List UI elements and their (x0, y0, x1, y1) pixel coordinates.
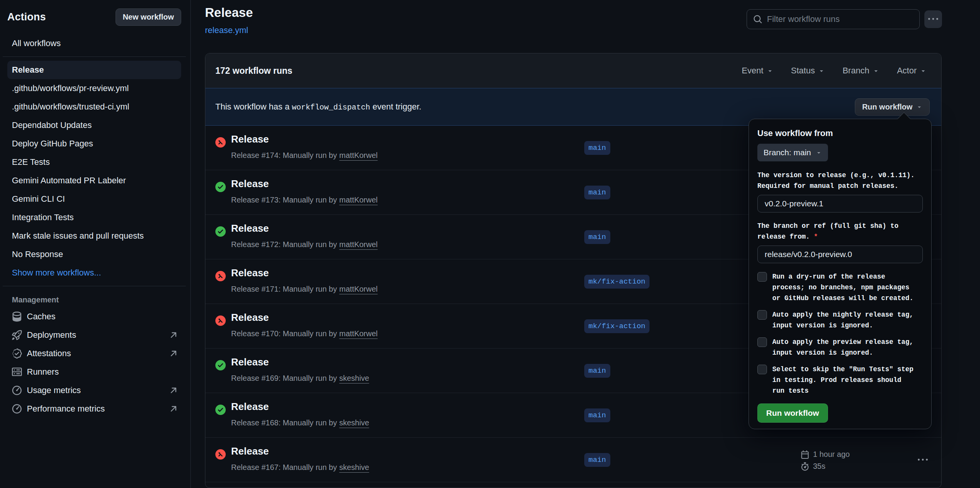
x-circle-fill-icon (215, 271, 226, 281)
actor-link[interactable]: skeshive (339, 463, 369, 471)
show-more-workflows-link[interactable]: Show more workflows... (7, 264, 181, 282)
x-circle-fill-icon (215, 137, 226, 148)
branch-badge[interactable]: main (584, 364, 610, 378)
actor-link[interactable]: mattKorwel (339, 285, 378, 293)
branch-badge[interactable]: main (584, 230, 610, 244)
run-meta: 1 hour ago 35s (801, 448, 850, 472)
event-filter[interactable]: Event (742, 66, 773, 76)
external-link-icon (169, 386, 178, 395)
run-title-link[interactable]: Release (231, 401, 269, 413)
preview-tag-checkbox-row[interactable]: Auto apply the preview release tag, inpu… (757, 337, 923, 358)
server-icon (12, 367, 22, 377)
stopwatch-icon (801, 462, 809, 471)
verified-icon (12, 349, 22, 359)
check-circle-fill-icon (215, 405, 226, 415)
run-description: Release #172: Manually run bymattKorwel (231, 240, 378, 249)
ref-input[interactable] (757, 246, 923, 263)
run-description: Release #173: Manually run bymattKorwel (231, 196, 378, 204)
run-description: Release #169: Manually run byskeshive (231, 374, 369, 383)
actor-link[interactable]: skeshive (339, 418, 369, 427)
sidebar-item-e2e-tests[interactable]: E2E Tests (7, 153, 181, 171)
sidebar-item-no-response[interactable]: No Response (7, 245, 181, 264)
run-title-link[interactable]: Release (231, 356, 269, 368)
branch-badge[interactable]: main (584, 453, 610, 467)
check-circle-fill-icon (215, 226, 226, 237)
sidebar-item-integration-tests[interactable]: Integration Tests (7, 208, 181, 227)
new-workflow-button[interactable]: New workflow (116, 8, 181, 26)
sidebar-item-deployments[interactable]: Deployments (7, 326, 181, 344)
actor-link[interactable]: mattKorwel (339, 151, 378, 159)
filter-workflow-runs-input[interactable] (767, 14, 913, 24)
version-input[interactable] (757, 195, 923, 212)
run-title-link[interactable]: Release (231, 312, 269, 324)
dry-run-checkbox-row[interactable]: Run a dry-run of the release process; no… (757, 271, 923, 304)
skip-tests-checkbox[interactable] (757, 365, 767, 374)
sidebar-item-attestations[interactable]: Attestations (7, 344, 181, 363)
workflow-dispatch-code: workflow_dispatch (292, 103, 370, 112)
checkbox-label: Select to skip the "Run Tests" step in t… (772, 364, 923, 396)
dry-run-checkbox[interactable] (757, 272, 767, 282)
actions-sidebar: Actions New workflow All workflows Relea… (0, 0, 191, 488)
branch-badge[interactable]: main (584, 141, 610, 155)
run-title-link[interactable]: Release (231, 222, 269, 234)
run-title-link[interactable]: Release (231, 133, 269, 145)
external-link-icon (169, 349, 178, 358)
skip-tests-checkbox-row[interactable]: Select to skip the "Run Tests" step in t… (757, 364, 923, 396)
workflow-options-button[interactable] (924, 10, 942, 28)
sidebar-item-mark-stale[interactable]: Mark stale issues and pull requests (7, 227, 181, 245)
run-options-button[interactable] (914, 451, 931, 468)
filter-workflow-runs-box[interactable] (747, 9, 920, 29)
meter-icon (12, 385, 22, 395)
triangle-down-icon (920, 67, 927, 74)
branch-filter[interactable]: Branch (843, 66, 879, 76)
sidebar-item-caches[interactable]: Caches (7, 307, 181, 326)
run-workflow-submit-button[interactable]: Run workflow (757, 403, 828, 423)
triangle-down-icon (816, 149, 822, 156)
triangle-down-icon (767, 67, 773, 74)
check-circle-fill-icon (215, 182, 226, 192)
run-workflow-dropdown-button[interactable]: Run workflow (855, 98, 930, 116)
run-description: Release #168: Manually run byskeshive (231, 418, 369, 427)
sidebar-item-gemini-cli-ci[interactable]: Gemini CLI CI (7, 190, 181, 208)
required-asterisk: * (814, 233, 818, 241)
actor-filter[interactable]: Actor (897, 66, 927, 76)
status-filter[interactable]: Status (791, 66, 825, 76)
sidebar-item-deploy-github-pages[interactable]: Deploy GitHub Pages (7, 134, 181, 153)
nightly-tag-checkbox[interactable] (757, 310, 767, 320)
preview-tag-checkbox[interactable] (757, 337, 767, 347)
page-title: Release (205, 5, 253, 20)
sidebar-item-all-workflows[interactable]: All workflows (7, 34, 181, 53)
branch-badge[interactable]: main (584, 408, 610, 422)
sidebar-item-dependabot-updates[interactable]: Dependabot Updates (7, 116, 181, 134)
sidebar-item-release[interactable]: Release (7, 61, 181, 79)
version-field-description: The version to release (e.g., v0.1.11). … (757, 170, 923, 191)
nightly-tag-checkbox-row[interactable]: Auto apply the nightly release tag, inpu… (757, 309, 923, 331)
actor-link[interactable]: mattKorwel (339, 240, 378, 249)
cache-icon (12, 312, 22, 322)
actor-link[interactable]: mattKorwel (339, 329, 378, 338)
rocket-icon (12, 330, 22, 340)
branch-badge[interactable]: mk/fix-action (584, 275, 649, 289)
workflow-run-row[interactable]: Release Release #167: Manually run byske… (205, 438, 941, 482)
run-description: Release #174: Manually run bymattKorwel (231, 151, 378, 160)
divider (3, 286, 186, 286)
sidebar-item-trusted-ci[interactable]: .github/workflows/trusted-ci.yml (7, 98, 181, 116)
run-title-link[interactable]: Release (231, 178, 269, 190)
workflow-file-link[interactable]: release.yml (205, 25, 248, 35)
run-title-link[interactable]: Release (231, 445, 269, 457)
branch-badge[interactable]: mk/fix-action (584, 319, 649, 333)
sidebar-item-pr-review[interactable]: .github/workflows/pr-review.yml (7, 79, 181, 98)
run-title-link[interactable]: Release (231, 267, 269, 279)
sidebar-item-performance-metrics[interactable]: Performance metrics (7, 400, 181, 418)
dialog-heading: Use workflow from (757, 128, 923, 138)
x-circle-fill-icon (215, 315, 226, 326)
run-time: 1 hour ago (813, 450, 850, 459)
sidebar-item-runners[interactable]: Runners (7, 363, 181, 381)
sidebar-item-gemini-pr-labeler[interactable]: Gemini Automated PR Labeler (7, 171, 181, 190)
branch-badge[interactable]: main (584, 186, 610, 199)
actor-link[interactable]: mattKorwel (339, 196, 378, 204)
sidebar-item-usage-metrics[interactable]: Usage metrics (7, 381, 181, 400)
branch-selector-button[interactable]: Branch: main (757, 144, 828, 161)
workflow-nav: All workflows Release .github/workflows/… (7, 34, 181, 418)
actor-link[interactable]: skeshive (339, 374, 369, 382)
